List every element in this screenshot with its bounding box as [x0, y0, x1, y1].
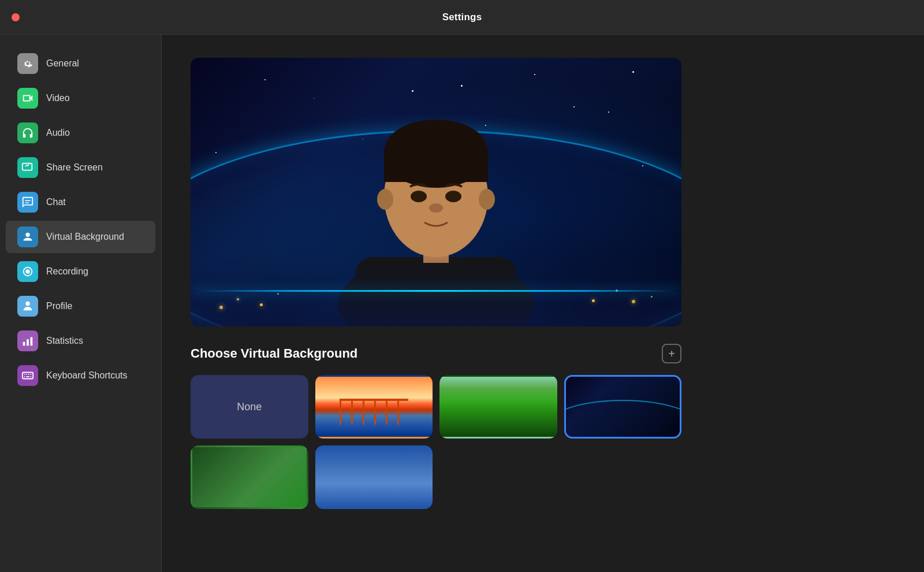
- svg-point-24: [445, 191, 461, 202]
- sidebar-audio-label: Audio: [46, 128, 70, 138]
- content-area: Choose Virtual Background + None: [162, 35, 924, 572]
- background-option-none[interactable]: None: [191, 375, 308, 439]
- video-preview: [191, 58, 681, 326]
- sidebar-item-chat[interactable]: Chat: [6, 186, 155, 218]
- svg-point-23: [411, 191, 427, 202]
- background-option-forest[interactable]: [191, 445, 308, 509]
- background-option-ocean[interactable]: [315, 445, 433, 509]
- add-background-button[interactable]: +: [662, 344, 681, 363]
- background-option-grass[interactable]: [439, 375, 557, 439]
- share-screen-icon: [17, 157, 38, 178]
- main-layout: General Video Audio Share Screen: [0, 35, 924, 572]
- svg-point-3: [25, 269, 29, 273]
- svg-rect-17: [355, 257, 517, 326]
- keyboard-icon: [17, 365, 38, 386]
- svg-rect-11: [28, 374, 29, 375]
- background-grid: None: [191, 375, 681, 509]
- video-camera-icon: [17, 88, 38, 109]
- sidebar-item-statistics[interactable]: Statistics: [6, 325, 155, 357]
- svg-point-26: [377, 189, 393, 210]
- sidebar-statistics-label: Statistics: [46, 336, 83, 346]
- svg-rect-12: [31, 374, 32, 375]
- sidebar: General Video Audio Share Screen: [0, 35, 162, 572]
- headphones-icon: [17, 122, 38, 143]
- svg-rect-13: [24, 376, 25, 377]
- sidebar-chat-label: Chat: [46, 197, 66, 207]
- svg-rect-0: [23, 164, 32, 170]
- sidebar-item-profile[interactable]: Profile: [6, 290, 155, 322]
- svg-point-25: [429, 203, 443, 213]
- gear-icon: [17, 53, 38, 74]
- svg-rect-6: [27, 339, 29, 346]
- sidebar-virtualbackground-label: Virtual Background: [46, 232, 124, 242]
- video-background: [191, 58, 681, 326]
- sidebar-keyboardshortcuts-label: Keyboard Shortcuts: [46, 370, 128, 381]
- choose-title: Choose Virtual Background: [191, 346, 357, 361]
- svg-point-27: [479, 189, 495, 210]
- svg-point-4: [25, 302, 29, 306]
- svg-rect-14: [31, 376, 32, 377]
- chat-bubble-icon: [17, 192, 38, 213]
- plus-icon: +: [668, 347, 675, 361]
- virtual-background-icon: [17, 226, 38, 247]
- svg-rect-7: [31, 337, 33, 346]
- background-option-golden-gate[interactable]: [315, 375, 433, 439]
- svg-point-1: [25, 233, 29, 237]
- none-label: None: [237, 401, 262, 413]
- profile-icon: [17, 296, 38, 317]
- sidebar-item-recording[interactable]: Recording: [6, 255, 155, 288]
- sidebar-item-general[interactable]: General: [6, 47, 155, 80]
- titlebar: Settings: [0, 0, 924, 35]
- svg-point-22: [385, 120, 487, 177]
- sidebar-item-sharescreen[interactable]: Share Screen: [6, 151, 155, 184]
- sidebar-profile-label: Profile: [46, 301, 72, 311]
- sidebar-video-label: Video: [46, 93, 70, 103]
- sidebar-item-video[interactable]: Video: [6, 82, 155, 114]
- choose-header: Choose Virtual Background +: [191, 344, 681, 363]
- svg-rect-8: [23, 373, 33, 379]
- sidebar-item-virtualbackground[interactable]: Virtual Background: [6, 221, 155, 253]
- sidebar-recording-label: Recording: [46, 266, 88, 277]
- window-title: Settings: [442, 12, 482, 23]
- svg-rect-5: [23, 342, 25, 346]
- sidebar-sharescreen-label: Share Screen: [46, 162, 103, 173]
- choose-section: Choose Virtual Background + None: [191, 344, 681, 509]
- svg-rect-10: [26, 374, 27, 375]
- sidebar-general-label: General: [46, 58, 79, 69]
- bar-chart-icon: [17, 330, 38, 351]
- recording-icon: [17, 261, 38, 282]
- svg-rect-9: [24, 374, 25, 375]
- close-button[interactable]: [12, 13, 20, 21]
- svg-rect-15: [26, 376, 29, 377]
- sidebar-item-audio[interactable]: Audio: [6, 117, 155, 149]
- background-option-space[interactable]: [564, 375, 682, 439]
- sidebar-item-keyboardshortcuts[interactable]: Keyboard Shortcuts: [6, 359, 155, 392]
